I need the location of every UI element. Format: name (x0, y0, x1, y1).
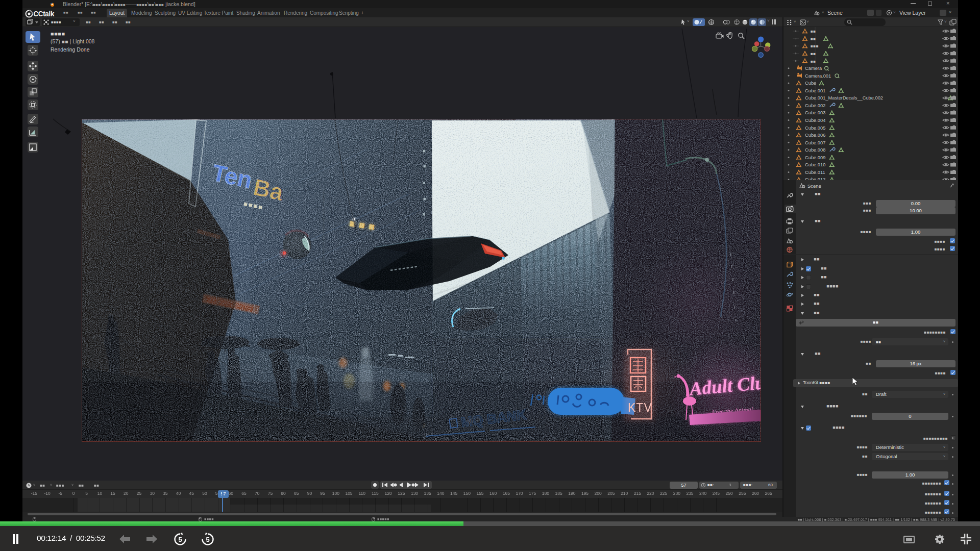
svg-text:Camera.001: Camera.001 (805, 73, 831, 79)
svg-text:■■: ■■ (811, 29, 816, 34)
svg-text:Camera: Camera (805, 66, 822, 71)
svg-text:5: 5 (206, 536, 209, 543)
svg-text:CCtalk: CCtalk (33, 9, 54, 18)
svg-text:Cube.007: Cube.007 (805, 140, 825, 145)
svg-text:Cube.003: Cube.003 (805, 110, 825, 115)
svg-text:Cube.006: Cube.006 (805, 133, 825, 138)
svg-text:■■: ■■ (811, 37, 816, 41)
svg-text:Cube.010: Cube.010 (805, 162, 825, 167)
svg-text:Cube: Cube (805, 81, 816, 86)
svg-text:■■: ■■ (811, 59, 816, 64)
svg-text:■■: ■■ (811, 52, 816, 56)
svg-text:Cube.009: Cube.009 (805, 155, 825, 160)
svg-text:Cube.002: Cube.002 (805, 103, 825, 108)
svg-text:■■■: ■■■ (811, 44, 819, 48)
svg-text:Cube.004: Cube.004 (805, 118, 825, 123)
svg-text:Cube.001: Cube.001 (805, 88, 825, 93)
svg-text:5: 5 (178, 536, 182, 543)
svg-text:Cube.001_MasterDecals__Cube.00: Cube.001_MasterDecals__Cube.002 (805, 95, 883, 101)
svg-text:Cube.005: Cube.005 (805, 126, 825, 131)
svg-text:Cube.011: Cube.011 (805, 170, 825, 175)
svg-text:Cube.008: Cube.008 (805, 147, 825, 153)
